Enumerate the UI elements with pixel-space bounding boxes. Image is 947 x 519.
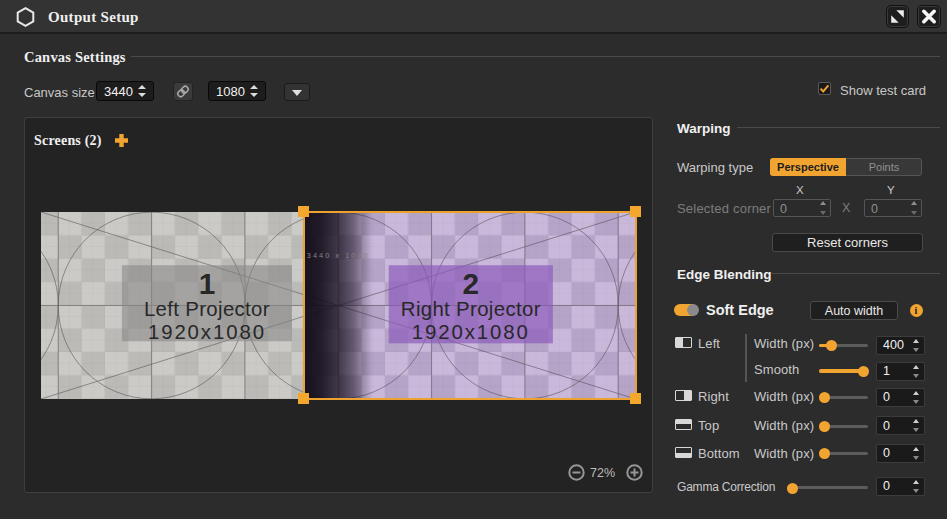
svg-text:Left Projector: Left Projector [144,297,270,319]
svg-text:1920x1080: 1920x1080 [148,320,266,342]
svg-text:1: 1 [199,266,216,299]
